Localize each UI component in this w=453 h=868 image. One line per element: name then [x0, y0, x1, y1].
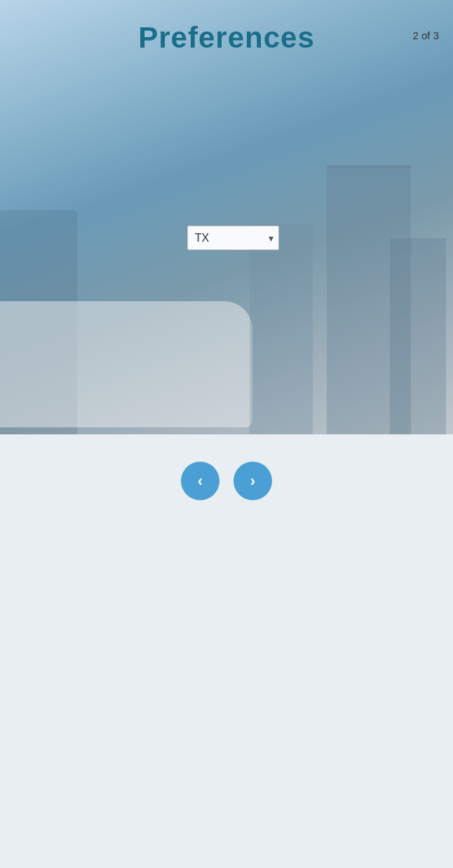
step-indicator: 2 of 3 [412, 29, 439, 41]
page-title: Preferences [138, 21, 315, 54]
next-button[interactable]: › [234, 462, 272, 500]
navigation-section: ‹ › [0, 444, 453, 521]
state-select[interactable]: TX AL AK AZ CA CO FL GA NY OH [187, 226, 279, 250]
state-select-wrapper: TX AL AK AZ CA CO FL GA NY OH ▾ [187, 226, 279, 250]
back-button[interactable]: ‹ [181, 462, 219, 500]
page-header: Preferences 2 of 3 [0, 0, 453, 62]
